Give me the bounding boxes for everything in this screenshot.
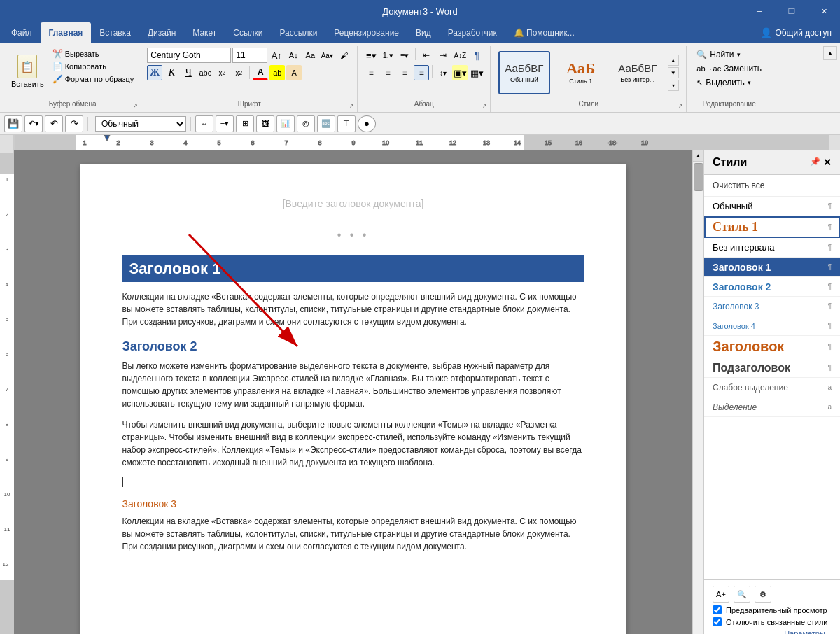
- styles-expand-button[interactable]: ▾: [668, 80, 679, 91]
- style-item-bez[interactable]: АаБбВГ Без интер...: [612, 51, 664, 94]
- tab-home[interactable]: Главная: [41, 22, 92, 43]
- new-style-button[interactable]: A+: [713, 586, 729, 603]
- undo-button[interactable]: ↶: [45, 115, 63, 132]
- tb2-circle-button[interactable]: ●: [358, 115, 376, 132]
- tab-mailings[interactable]: Рассылки: [272, 22, 326, 43]
- tab-references[interactable]: Ссылки: [225, 22, 271, 43]
- styles-expand-icon[interactable]: ↗: [678, 103, 683, 109]
- preview-checkbox[interactable]: Предварительный просмотр: [713, 605, 832, 614]
- restore-button[interactable]: ❐: [776, 0, 808, 22]
- tab-design[interactable]: Дизайн: [139, 22, 184, 43]
- inspect-style-button[interactable]: 🔍: [734, 586, 750, 603]
- bold-button[interactable]: Ж: [147, 65, 162, 80]
- styles-panel-pin-icon[interactable]: 📌: [810, 157, 820, 168]
- style-entry-bez[interactable]: Без интервала ¶: [704, 238, 840, 258]
- styles-scroll-down[interactable]: ▼: [668, 67, 679, 78]
- style-dropdown[interactable]: Обычный: [95, 116, 186, 132]
- sort-button[interactable]: A↕Z: [452, 48, 468, 63]
- tb2-chart-button[interactable]: 📊: [276, 115, 295, 132]
- ribbon-collapse-button[interactable]: ▲: [823, 46, 837, 60]
- format-painter-button[interactable]: 🖌️ Формат по образцу: [50, 73, 137, 85]
- close-button[interactable]: ✕: [808, 0, 840, 22]
- find-button[interactable]: 🔍 Найти ▾: [692, 48, 744, 62]
- vertical-scrollbar[interactable]: ▲: [692, 150, 704, 634]
- style-item-style1[interactable]: АаБ Стиль 1: [553, 51, 609, 94]
- style-item-normal[interactable]: АаБбВГ Обычный: [498, 51, 550, 94]
- style-entry-h2[interactable]: Заголовок 2 ¶: [704, 277, 840, 297]
- tab-review[interactable]: Рецензирование: [326, 22, 407, 43]
- tab-view[interactable]: Вид: [407, 22, 440, 43]
- doc-heading2[interactable]: Заголовок 2: [122, 339, 584, 354]
- shading-button[interactable]: A: [286, 65, 302, 80]
- tab-helper[interactable]: 🔔 Помощник...: [505, 22, 583, 43]
- select-button[interactable]: ↖ Выделить ▾: [692, 76, 755, 90]
- style-entry-h4[interactable]: Заголовок 4 ¶: [704, 316, 840, 336]
- document-area[interactable]: [Введите заголовок документа] • • • Заго…: [14, 150, 692, 634]
- params-button[interactable]: Параметры...: [713, 629, 832, 634]
- case-button[interactable]: Aa▾: [319, 48, 335, 63]
- replace-button[interactable]: ab→ac Заменить: [692, 62, 766, 76]
- numbering-button[interactable]: 1.▾: [380, 48, 396, 63]
- horizontal-ruler[interactable]: 1 2 3 4 5 6 7 8 9 10 11 12 13 14 15 16 ·…: [14, 135, 829, 150]
- scroll-thumb[interactable]: [694, 163, 704, 191]
- multilevel-button[interactable]: ≡▾: [397, 48, 412, 63]
- copy-button[interactable]: 📄 Копировать: [50, 60, 137, 73]
- tab-file[interactable]: Файл: [3, 22, 41, 43]
- font-name-input[interactable]: [147, 48, 231, 63]
- outdent-button[interactable]: ⇤: [419, 48, 434, 63]
- redo-button[interactable]: ↷: [65, 115, 83, 132]
- tab-share[interactable]: 👤 Общий доступ: [752, 22, 840, 43]
- tb2-picture-button[interactable]: 🖼: [256, 115, 274, 132]
- style-entry-header-big[interactable]: Заголовок ¶: [704, 336, 840, 358]
- preview-checkbox-input[interactable]: [713, 605, 722, 614]
- superscript-button[interactable]: x2: [231, 65, 246, 80]
- clipboard-expand-icon[interactable]: ↗: [133, 103, 138, 109]
- font-expand-icon[interactable]: ↗: [349, 103, 354, 109]
- doc-body3[interactable]: Чтобы изменить внешний вид документа, вы…: [122, 418, 584, 469]
- strikethrough-button[interactable]: abc: [197, 65, 213, 80]
- document-page[interactable]: [Введите заголовок документа] • • • Заго…: [80, 164, 626, 634]
- subscript-button[interactable]: x2: [214, 65, 230, 80]
- clear-format-button[interactable]: Aa: [302, 48, 318, 63]
- tab-layout[interactable]: Макет: [184, 22, 225, 43]
- page-width-button[interactable]: ↔: [195, 115, 214, 132]
- tab-developer[interactable]: Разработчик: [440, 22, 505, 43]
- doc-body4[interactable]: Коллекции на вкладке «Вставка» содержат …: [122, 515, 584, 553]
- style-entry-subheader[interactable]: Подзаголовок ¶: [704, 358, 840, 378]
- manage-styles-button[interactable]: ⚙: [755, 586, 771, 603]
- cut-button[interactable]: ✂️ Вырезать: [50, 48, 137, 60]
- style-entry-style1[interactable]: Стиль 1 ¶: [704, 216, 840, 238]
- line-spacing-button[interactable]: ↕▾: [435, 65, 451, 80]
- tb2-shape-button[interactable]: ◎: [297, 115, 315, 132]
- font-size-input[interactable]: [232, 48, 267, 63]
- text-highlight-button[interactable]: ab: [270, 65, 285, 80]
- styles-scroll-up[interactable]: ▲: [668, 55, 679, 66]
- undo-menu-button[interactable]: ↶▾: [24, 115, 43, 132]
- italic-button[interactable]: К: [164, 65, 179, 80]
- doc-body1[interactable]: Коллекции на вкладке «Вставка» содержат …: [122, 290, 584, 328]
- tab-insert[interactable]: Вставка: [91, 22, 139, 43]
- tb2-textbox-button[interactable]: 🔤: [317, 115, 335, 132]
- indent-button[interactable]: ⇥: [435, 48, 451, 63]
- align-left-button[interactable]: ≡: [363, 65, 379, 80]
- align-right-button[interactable]: ≡: [397, 65, 412, 80]
- save-tb2-button[interactable]: 💾: [4, 115, 22, 132]
- doc-placeholder[interactable]: [Введите заголовок документа]: [122, 192, 584, 215]
- style-entry-emphasis[interactable]: Выделение a: [704, 397, 840, 417]
- style-entry-h1[interactable]: Заголовок 1 ¶: [704, 258, 840, 277]
- doc-heading3[interactable]: Заголовок 3: [122, 498, 584, 509]
- linked-checkbox[interactable]: Отключить связанные стили: [713, 617, 832, 626]
- font-grow-button[interactable]: A↑: [269, 48, 284, 63]
- paste-button[interactable]: 📋 Вставить: [8, 48, 47, 98]
- tb2-list-button[interactable]: ≡▾: [216, 115, 234, 132]
- shading-para-button[interactable]: ▣▾: [452, 65, 468, 80]
- tb2-header-button[interactable]: ⊤: [337, 115, 356, 132]
- underline-button[interactable]: Ч: [181, 65, 196, 80]
- clear-all-button[interactable]: Очистить все: [704, 175, 840, 197]
- bullets-button[interactable]: ≡▾: [363, 48, 379, 63]
- linked-checkbox-input[interactable]: [713, 617, 722, 626]
- show-marks-button[interactable]: ¶: [469, 48, 484, 63]
- doc-body2[interactable]: Вы легко можете изменить форматирование …: [122, 360, 584, 410]
- align-center-button[interactable]: ≡: [380, 65, 396, 80]
- style-entry-normal[interactable]: Обычный ¶: [704, 197, 840, 216]
